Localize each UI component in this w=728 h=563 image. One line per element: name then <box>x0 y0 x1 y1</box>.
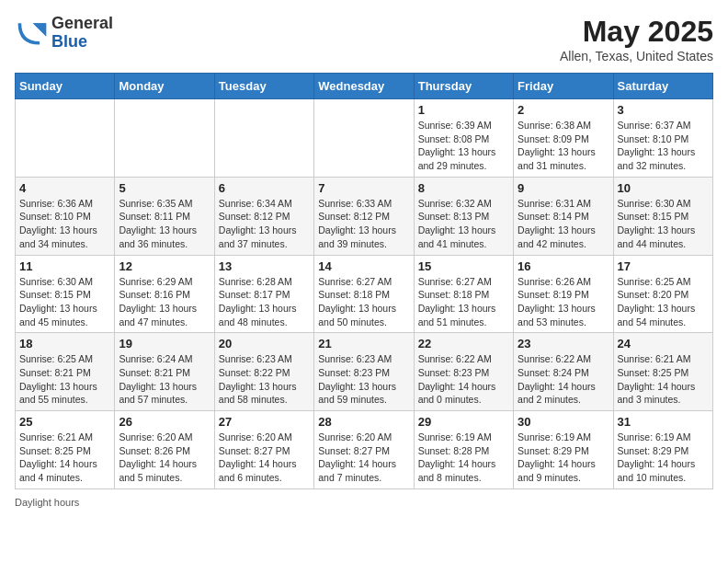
day-cell: 17Sunrise: 6:25 AM Sunset: 8:20 PM Dayli… <box>613 255 712 333</box>
logo-text: General Blue <box>51 15 113 52</box>
day-info: Sunrise: 6:39 AM Sunset: 8:08 PM Dayligh… <box>418 119 509 173</box>
svg-marker-1 <box>33 23 46 36</box>
logo: General Blue <box>15 15 113 52</box>
day-cell: 6Sunrise: 6:34 AM Sunset: 8:12 PM Daylig… <box>214 177 313 255</box>
day-number: 20 <box>219 337 310 350</box>
day-cell: 12Sunrise: 6:29 AM Sunset: 8:16 PM Dayli… <box>115 255 214 333</box>
day-number: 6 <box>219 181 310 195</box>
day-info: Sunrise: 6:29 AM Sunset: 8:16 PM Dayligh… <box>119 275 210 329</box>
day-info: Sunrise: 6:25 AM Sunset: 8:21 PM Dayligh… <box>19 352 110 407</box>
day-number: 25 <box>19 415 110 429</box>
day-info: Sunrise: 6:33 AM Sunset: 8:12 PM Dayligh… <box>318 197 409 251</box>
day-info: Sunrise: 6:37 AM Sunset: 8:10 PM Dayligh… <box>618 119 709 173</box>
day-info: Sunrise: 6:32 AM Sunset: 8:13 PM Dayligh… <box>418 197 509 251</box>
day-cell: 13Sunrise: 6:28 AM Sunset: 8:17 PM Dayli… <box>214 255 313 333</box>
day-cell: 4Sunrise: 6:36 AM Sunset: 8:10 PM Daylig… <box>16 177 115 255</box>
day-info: Sunrise: 6:25 AM Sunset: 8:20 PM Dayligh… <box>618 275 709 329</box>
day-cell: 22Sunrise: 6:22 AM Sunset: 8:23 PM Dayli… <box>414 333 513 411</box>
col-header-friday: Friday <box>514 74 613 99</box>
day-number: 4 <box>19 181 110 195</box>
day-cell: 28Sunrise: 6:20 AM Sunset: 8:27 PM Dayli… <box>314 411 414 489</box>
day-cell: 19Sunrise: 6:24 AM Sunset: 8:21 PM Dayli… <box>115 333 214 411</box>
day-info: Sunrise: 6:24 AM Sunset: 8:21 PM Dayligh… <box>119 352 210 407</box>
day-cell: 27Sunrise: 6:20 AM Sunset: 8:27 PM Dayli… <box>214 411 313 489</box>
page-header: General Blue May 2025 Allen, Texas, Unit… <box>15 15 713 63</box>
day-number: 10 <box>618 181 709 195</box>
day-cell: 24Sunrise: 6:21 AM Sunset: 8:25 PM Dayli… <box>613 333 712 411</box>
day-number: 1 <box>418 103 509 117</box>
day-info: Sunrise: 6:35 AM Sunset: 8:11 PM Dayligh… <box>119 197 210 251</box>
day-number: 8 <box>418 181 509 195</box>
day-number: 18 <box>19 337 110 350</box>
day-info: Sunrise: 6:28 AM Sunset: 8:17 PM Dayligh… <box>219 275 310 329</box>
day-number: 28 <box>318 415 409 429</box>
week-row-0: 1Sunrise: 6:39 AM Sunset: 8:08 PM Daylig… <box>16 99 713 178</box>
day-number: 17 <box>618 259 709 273</box>
day-number: 26 <box>119 415 210 429</box>
calendar-table: SundayMondayTuesdayWednesdayThursdayFrid… <box>15 73 713 489</box>
day-cell: 31Sunrise: 6:19 AM Sunset: 8:29 PM Dayli… <box>613 411 712 489</box>
col-header-wednesday: Wednesday <box>314 74 414 99</box>
day-info: Sunrise: 6:20 AM Sunset: 8:26 PM Dayligh… <box>119 431 210 485</box>
day-cell: 5Sunrise: 6:35 AM Sunset: 8:11 PM Daylig… <box>115 177 214 255</box>
day-cell: 29Sunrise: 6:19 AM Sunset: 8:28 PM Dayli… <box>414 411 513 489</box>
day-cell: 30Sunrise: 6:19 AM Sunset: 8:29 PM Dayli… <box>514 411 613 489</box>
col-header-saturday: Saturday <box>613 74 712 99</box>
week-row-2: 11Sunrise: 6:30 AM Sunset: 8:15 PM Dayli… <box>16 255 713 333</box>
day-number: 27 <box>219 415 310 429</box>
logo-icon <box>15 17 48 50</box>
day-info: Sunrise: 6:30 AM Sunset: 8:15 PM Dayligh… <box>618 197 709 251</box>
day-cell: 9Sunrise: 6:31 AM Sunset: 8:14 PM Daylig… <box>514 177 613 255</box>
day-info: Sunrise: 6:34 AM Sunset: 8:12 PM Dayligh… <box>219 197 310 251</box>
day-info: Sunrise: 6:27 AM Sunset: 8:18 PM Dayligh… <box>318 275 409 329</box>
day-cell: 2Sunrise: 6:38 AM Sunset: 8:09 PM Daylig… <box>514 99 613 178</box>
week-row-4: 25Sunrise: 6:21 AM Sunset: 8:25 PM Dayli… <box>16 411 713 489</box>
day-number: 2 <box>518 103 609 117</box>
day-cell <box>214 99 313 178</box>
day-number: 14 <box>318 259 409 273</box>
title-area: May 2025 Allen, Texas, United States <box>560 15 713 63</box>
header-row: SundayMondayTuesdayWednesdayThursdayFrid… <box>16 74 713 99</box>
day-number: 13 <box>219 259 310 273</box>
day-info: Sunrise: 6:23 AM Sunset: 8:23 PM Dayligh… <box>318 352 409 407</box>
day-number: 16 <box>518 259 609 273</box>
day-cell: 26Sunrise: 6:20 AM Sunset: 8:26 PM Dayli… <box>115 411 214 489</box>
day-info: Sunrise: 6:22 AM Sunset: 8:23 PM Dayligh… <box>418 352 509 407</box>
day-cell: 3Sunrise: 6:37 AM Sunset: 8:10 PM Daylig… <box>613 99 712 178</box>
week-row-3: 18Sunrise: 6:25 AM Sunset: 8:21 PM Dayli… <box>16 333 713 411</box>
day-number: 19 <box>119 337 210 350</box>
day-info: Sunrise: 6:20 AM Sunset: 8:27 PM Dayligh… <box>219 431 310 485</box>
calendar-header: SundayMondayTuesdayWednesdayThursdayFrid… <box>16 74 713 99</box>
day-cell: 14Sunrise: 6:27 AM Sunset: 8:18 PM Dayli… <box>314 255 414 333</box>
day-number: 7 <box>318 181 409 195</box>
day-cell: 1Sunrise: 6:39 AM Sunset: 8:08 PM Daylig… <box>414 99 513 178</box>
day-number: 22 <box>418 337 509 350</box>
day-cell: 20Sunrise: 6:23 AM Sunset: 8:22 PM Dayli… <box>214 333 313 411</box>
day-number: 24 <box>618 337 709 350</box>
day-number: 11 <box>19 259 110 273</box>
day-info: Sunrise: 6:26 AM Sunset: 8:19 PM Dayligh… <box>518 275 609 329</box>
footer: Daylight hours <box>15 497 713 508</box>
day-number: 9 <box>518 181 609 195</box>
day-cell: 7Sunrise: 6:33 AM Sunset: 8:12 PM Daylig… <box>314 177 414 255</box>
calendar-body: 1Sunrise: 6:39 AM Sunset: 8:08 PM Daylig… <box>16 99 713 489</box>
day-cell: 8Sunrise: 6:32 AM Sunset: 8:13 PM Daylig… <box>414 177 513 255</box>
day-info: Sunrise: 6:21 AM Sunset: 8:25 PM Dayligh… <box>19 431 110 485</box>
day-number: 31 <box>618 415 709 429</box>
week-row-1: 4Sunrise: 6:36 AM Sunset: 8:10 PM Daylig… <box>16 177 713 255</box>
day-info: Sunrise: 6:38 AM Sunset: 8:09 PM Dayligh… <box>518 119 609 173</box>
month-title: May 2025 <box>560 15 713 49</box>
day-info: Sunrise: 6:19 AM Sunset: 8:29 PM Dayligh… <box>618 431 709 485</box>
col-header-thursday: Thursday <box>414 74 513 99</box>
day-number: 12 <box>119 259 210 273</box>
day-cell <box>314 99 414 178</box>
day-cell: 21Sunrise: 6:23 AM Sunset: 8:23 PM Dayli… <box>314 333 414 411</box>
day-number: 23 <box>518 337 609 350</box>
day-number: 21 <box>318 337 409 350</box>
day-cell <box>115 99 214 178</box>
day-number: 30 <box>518 415 609 429</box>
day-cell: 10Sunrise: 6:30 AM Sunset: 8:15 PM Dayli… <box>613 177 712 255</box>
day-info: Sunrise: 6:23 AM Sunset: 8:22 PM Dayligh… <box>219 352 310 407</box>
col-header-monday: Monday <box>115 74 214 99</box>
day-cell: 11Sunrise: 6:30 AM Sunset: 8:15 PM Dayli… <box>16 255 115 333</box>
